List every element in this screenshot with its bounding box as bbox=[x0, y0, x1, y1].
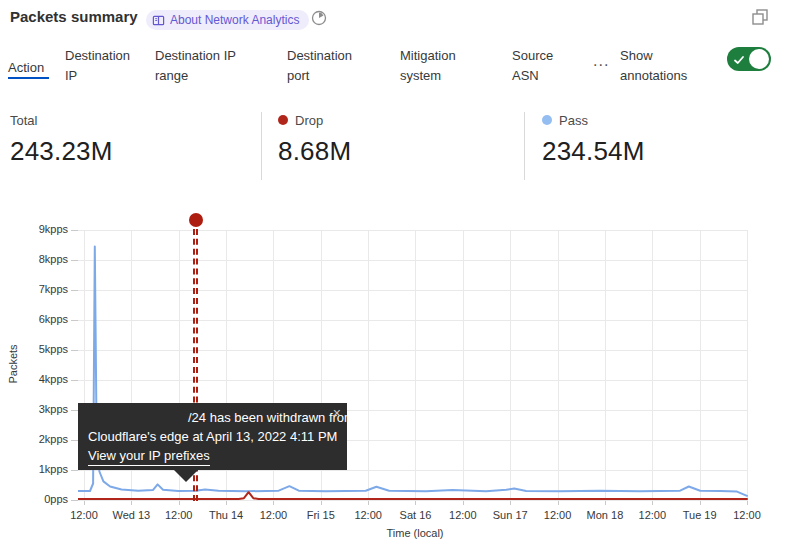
x-tick-label: Fri 15 bbox=[295, 509, 347, 521]
x-tick-label: Sat 16 bbox=[389, 509, 441, 521]
y-tick-label: 0pps bbox=[20, 493, 68, 505]
x-tick-label: Mon 18 bbox=[579, 509, 631, 521]
y-tick-label: 5kpps bbox=[20, 343, 68, 355]
y-tick-label: 3kpps bbox=[20, 403, 68, 415]
x-tick-label: Wed 13 bbox=[105, 509, 157, 521]
close-icon[interactable]: × bbox=[333, 404, 341, 423]
annotation-marker-dot[interactable] bbox=[189, 213, 203, 227]
y-tick-label: 2kpps bbox=[20, 433, 68, 445]
y-tick-label: 9kpps bbox=[20, 223, 68, 235]
y-axis-tickmark bbox=[71, 230, 78, 231]
y-axis-tickmark bbox=[71, 440, 78, 441]
tooltip-line2: Cloudflare's edge at April 13, 2022 4:11… bbox=[88, 427, 337, 446]
x-tick-label: Thu 14 bbox=[200, 509, 252, 521]
x-tick-label: Tue 19 bbox=[674, 509, 726, 521]
y-tick-label: 4kpps bbox=[20, 373, 68, 385]
x-axis-title: Time (local) bbox=[330, 527, 500, 539]
view-ip-prefixes-link[interactable]: View your IP prefixes bbox=[88, 446, 210, 466]
x-tick-label: 12:00 bbox=[342, 509, 394, 521]
y-tick-label: 7kpps bbox=[20, 283, 68, 295]
tooltip-arrow bbox=[174, 470, 198, 482]
x-tick-label: 12:00 bbox=[532, 509, 584, 521]
y-axis-tickmark bbox=[71, 290, 78, 291]
y-axis-tickmark bbox=[71, 380, 78, 381]
y-axis-tickmark bbox=[71, 410, 78, 411]
x-tick-label: 12:00 bbox=[721, 509, 773, 521]
x-tick-label: 12:00 bbox=[247, 509, 299, 521]
x-tick-label: 12:00 bbox=[153, 509, 205, 521]
y-axis-title: Packets bbox=[7, 329, 19, 399]
x-tick-label: 12:00 bbox=[437, 509, 489, 521]
y-axis-tickmark bbox=[71, 320, 78, 321]
x-tick-label: 12:00 bbox=[626, 509, 678, 521]
y-tick-label: 8kpps bbox=[20, 253, 68, 265]
tooltip-line1: /24 has been withdrawn from bbox=[88, 408, 337, 427]
y-tick-label: 1kpps bbox=[20, 463, 68, 475]
y-axis-tickmark bbox=[71, 500, 78, 501]
packets-chart: Packets 9kpps8kpps7kpps6kpps5kpps4kpps3k… bbox=[0, 0, 785, 555]
y-axis-tickmark bbox=[71, 470, 78, 471]
y-axis-tickmark bbox=[71, 260, 78, 261]
x-tick-label: 12:00 bbox=[58, 509, 110, 521]
y-tick-label: 6kpps bbox=[20, 313, 68, 325]
x-tick-label: Sun 17 bbox=[484, 509, 536, 521]
annotation-tooltip: /24 has been withdrawn from Cloudflare's… bbox=[78, 403, 347, 470]
series-line-drop bbox=[78, 492, 747, 499]
y-axis-tickmark bbox=[71, 350, 78, 351]
